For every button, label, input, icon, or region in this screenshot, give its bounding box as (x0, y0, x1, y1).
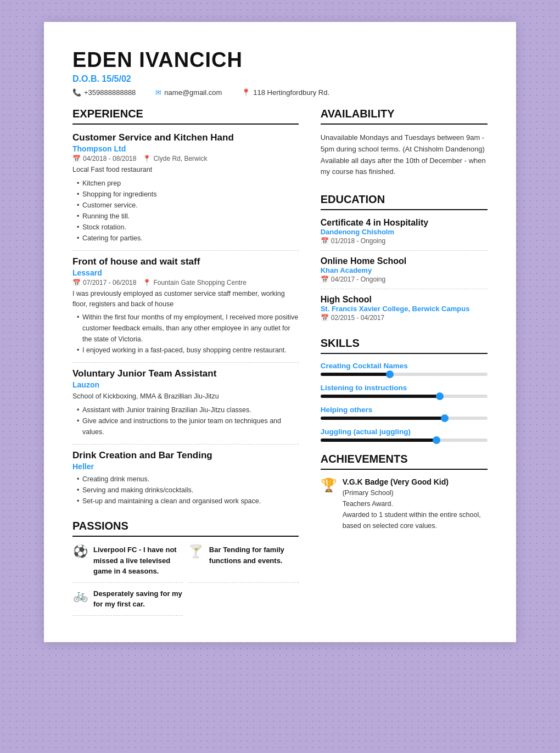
education-divider (321, 209, 488, 210)
left-column: EXPERIENCE Customer Service and Kitchen … (72, 108, 299, 616)
job-4-title: Drink Creation and Bar Tending (72, 450, 299, 461)
edu-2: Online Home School Khan Academy 📅 04/201… (321, 256, 488, 283)
job-separator-3 (72, 444, 299, 445)
street-address: 118 Hertingfordbury Rd. (253, 88, 329, 97)
edu-1-degree: Certificate 4 in Hospitality (321, 218, 488, 228)
edu-3-school: St. Francis Xavier College, Berwick Camp… (321, 305, 488, 313)
job-2-meta: 📅 07/2017 - 06/2018 📍 Fountain Gate Shop… (72, 279, 299, 286)
job-3-title: Voluntary Junior Team Assistant (72, 368, 299, 379)
job-1-bullets: Kitchen prep Shopping for ingredients Cu… (72, 178, 299, 244)
email-contact: ✉ name@gmail.com (155, 88, 222, 97)
passion-3: 🚲 Desperately saving for my for my first… (72, 588, 183, 616)
job-4-company: Heller (72, 462, 299, 471)
skills-divider (321, 353, 488, 354)
skills-section: SKILLS Creating Cocktail Names Listening… (321, 337, 488, 442)
soccer-icon: ⚽ (72, 544, 88, 559)
edu-sep-2 (321, 289, 488, 289)
education-title: EDUCATION (321, 193, 488, 206)
bike-icon: 🚲 (72, 588, 88, 603)
bullet: Customer service. (77, 200, 299, 211)
address-contact: 📍 118 Hertingfordbury Rd. (242, 88, 329, 97)
job-2-desc: I was previously employed as customer se… (72, 289, 299, 310)
achievement-1-content: V.G.K Badge (Very Good Kid) (Primary Sch… (343, 477, 488, 531)
availability-text: Unavailable Mondays and Tuesdays between… (321, 132, 488, 178)
skill-3-label: Helping others (321, 406, 488, 414)
skill-2-label: Listening to instructions (321, 384, 488, 392)
contact-info: 📞 +359888888888 ✉ name@gmail.com 📍 118 H… (72, 88, 488, 97)
achievement-1-desc: (Primary School)Teachers Award.Awarded t… (343, 487, 488, 531)
bullet: I enjoyed working in a fast-paced, busy … (77, 345, 299, 356)
bullet: Set-up and maintaining a clean and organ… (77, 496, 299, 507)
edu-3-degree: High School (321, 295, 488, 305)
skill-2-bar-bg (321, 395, 488, 398)
job-separator-1 (72, 250, 299, 251)
passion-2-text: Bar Tending for family functions and eve… (209, 544, 299, 566)
skill-3: Helping others (321, 406, 488, 420)
edu-2-school: Khan Academy (321, 266, 488, 274)
availability-title: AVAILABILITY (321, 108, 488, 120)
bullet: Serving and making drinks/cocktails. (77, 485, 299, 496)
achievements-title: ACHIEVEMENTS (321, 453, 488, 465)
edu-2-degree: Online Home School (321, 256, 488, 266)
bullet: Creating drink menus. (77, 474, 299, 485)
edu-1-school: Dandenong Chisholm (321, 228, 488, 236)
job-1-date: 📅 04/2018 - 08/2018 (72, 155, 136, 162)
skill-2: Listening to instructions (321, 384, 488, 398)
job-1: Customer Service and Kitchen Hand Thomps… (72, 132, 299, 244)
edu-1: Certificate 4 in Hospitality Dandenong C… (321, 218, 488, 245)
bullet: Within the first four months of my emplo… (77, 312, 299, 345)
job-3-company: Lauzon (72, 380, 299, 389)
calendar-icon: 📅 (321, 237, 329, 245)
cocktail-icon: 🍸 (188, 544, 204, 559)
edu-sep-1 (321, 250, 488, 251)
trophy-icon: 🏆 (321, 477, 336, 531)
job-3-bullets: Assistant with Junior training Brazilian… (72, 404, 299, 437)
pin-icon: 📍 (143, 155, 151, 162)
edu-3-date: 📅 02/2015 - 04/2017 (321, 314, 488, 322)
skill-4: Juggling (actual juggling) (321, 428, 488, 442)
bullet: Assistant with Junior training Brazilian… (77, 404, 299, 415)
skill-3-bar-bg (321, 417, 488, 420)
availability-section: AVAILABILITY Unavailable Mondays and Tue… (321, 108, 488, 178)
experience-section: EXPERIENCE Customer Service and Kitchen … (72, 108, 299, 507)
skill-4-bar-fill (321, 439, 438, 442)
resume-container: EDEN IVANCICH D.O.B. 15/5/02 📞 +35988888… (44, 22, 516, 642)
skill-4-bar-bg (321, 439, 488, 442)
calendar-icon: 📅 (321, 314, 329, 322)
bullet: Give advice and instructions to the juni… (77, 415, 299, 437)
phone-icon: 📞 (72, 88, 81, 97)
passions-section: PASSIONS ⚽ Liverpool FC - I have not mis… (72, 520, 299, 616)
edu-2-date: 📅 04/2017 - Ongoing (321, 276, 488, 283)
bullet: Catering for parties. (77, 233, 299, 244)
passion-1-text: Liverpool FC - I have not missed a live … (93, 544, 183, 577)
job-2-date: 📅 07/2017 - 06/2018 (72, 279, 136, 286)
phone-number: +359888888888 (84, 88, 136, 97)
job-4: Drink Creation and Bar Tending Heller Cr… (72, 450, 299, 507)
email-address: name@gmail.com (164, 88, 222, 97)
job-separator-2 (72, 362, 299, 363)
skill-1-label: Creating Cocktail Names (321, 362, 488, 370)
job-1-company: Thompson Ltd (72, 144, 299, 153)
calendar-icon: 📅 (72, 279, 81, 286)
job-4-bullets: Creating drink menus. Serving and making… (72, 474, 299, 507)
job-1-desc: Local Fast food restaurant (72, 165, 299, 175)
job-2-bullets: Within the first four months of my emplo… (72, 312, 299, 356)
bullet: Running the till. (77, 211, 299, 222)
job-1-meta: 📅 04/2018 - 08/2018 📍 Clyde Rd, Berwick (72, 155, 299, 162)
education-section: EDUCATION Certificate 4 in Hospitality D… (321, 193, 488, 322)
availability-divider (321, 123, 488, 125)
passion-2: 🍸 Bar Tending for family functions and e… (188, 544, 299, 583)
job-1-location: 📍 Clyde Rd, Berwick (143, 155, 207, 162)
passion-3-text: Desperately saving for my for my first c… (93, 588, 183, 610)
applicant-name: EDEN IVANCICH (72, 48, 488, 72)
job-3: Voluntary Junior Team Assistant Lauzon S… (72, 368, 299, 437)
calendar-icon: 📅 (321, 276, 329, 283)
achievement-1: 🏆 V.G.K Badge (Very Good Kid) (Primary S… (321, 477, 488, 531)
passions-divider (72, 536, 299, 537)
pin-icon: 📍 (143, 279, 151, 286)
skill-2-bar-fill (321, 395, 441, 398)
calendar-icon: 📅 (72, 155, 81, 162)
job-2-location: 📍 Fountain Gate Shopping Centre (143, 279, 246, 286)
achievement-1-title: V.G.K Badge (Very Good Kid) (343, 477, 488, 486)
dob: D.O.B. 15/5/02 (72, 74, 488, 84)
